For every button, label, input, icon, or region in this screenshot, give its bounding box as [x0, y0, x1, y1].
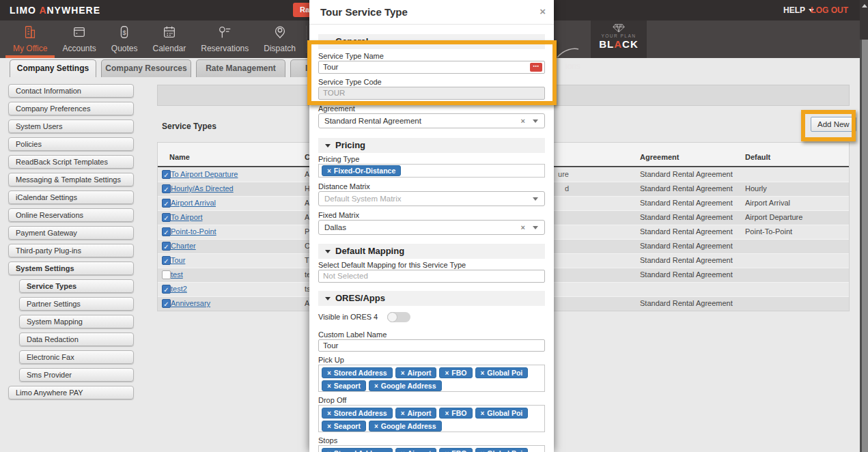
service-type-link[interactable]: Anniversary — [171, 299, 210, 307]
service-type-link[interactable]: To Airport Departure — [171, 170, 238, 178]
row-checkbox[interactable]: ✓ — [162, 242, 171, 251]
remove-tag-icon[interactable]: × — [481, 450, 485, 452]
tag-global-poi[interactable]: ×Global Poi — [475, 448, 529, 452]
tag-stored-address[interactable]: ×Stored Address — [322, 448, 393, 452]
remove-tag-icon[interactable]: × — [374, 423, 378, 430]
visible-in-ores-toggle[interactable] — [387, 312, 410, 322]
service-type-link[interactable]: Point-to-Point — [171, 227, 216, 236]
tag-airport[interactable]: ×Airport — [395, 448, 437, 452]
nav-item-my-office[interactable]: My Office — [5, 20, 55, 58]
remove-tag-icon[interactable]: × — [445, 410, 449, 417]
section-header-ores-apps[interactable]: ORES/Apps — [318, 291, 545, 306]
logout-link[interactable]: LOG OUT — [811, 5, 848, 15]
remove-tag-icon[interactable]: × — [327, 450, 331, 452]
clear-icon[interactable]: × — [521, 221, 525, 234]
tag-google-address[interactable]: ×Google Address — [369, 421, 442, 432]
default-mapping-input[interactable]: Not Selected — [318, 270, 545, 283]
service-type-link[interactable]: test — [171, 270, 183, 279]
your-plan-black-tile[interactable]: YOUR PLAN BLACK — [591, 20, 647, 58]
sidebar-item-readback-script-templates[interactable]: ReadBack Script Templates — [8, 155, 134, 169]
service-type-name-input[interactable]: Tour⋯ — [318, 61, 545, 74]
custom-label-name-input[interactable]: Tour — [318, 339, 545, 352]
add-new-button[interactable]: Add New — [811, 117, 856, 132]
chevron-down-icon[interactable] — [533, 119, 538, 123]
remove-tag-icon[interactable]: × — [374, 382, 378, 390]
nav-item-calendar[interactable]: Calendar — [145, 20, 194, 58]
clear-icon[interactable]: × — [521, 114, 525, 128]
remove-tag-icon[interactable]: × — [481, 410, 485, 417]
pricing-type-tags[interactable]: ×Fixed-Or-Distance — [318, 164, 545, 178]
stops-tags[interactable]: ×Stored Address×Airport×FBO×Global Poi×S… — [318, 445, 545, 452]
remove-tag-icon[interactable]: × — [327, 410, 331, 417]
service-type-link[interactable]: Hourly/As Directed — [171, 184, 234, 193]
drop-off-tags[interactable]: ×Stored Address×Airport×FBO×Global Poi×S… — [318, 405, 545, 432]
pick-up-tags[interactable]: ×Stored Address×Airport×FBO×Global Poi×S… — [318, 365, 545, 392]
section-header-general[interactable]: General — [318, 34, 545, 49]
tag-seaport[interactable]: ×Seaport — [322, 421, 366, 432]
section-header-default-mapping[interactable]: Default Mapping — [318, 244, 545, 259]
sidebar-item-system-users[interactable]: System Users — [8, 119, 134, 133]
sidebar-item-service-types[interactable]: Service Types — [19, 279, 134, 293]
sidebar-item-sms-provider[interactable]: Sms Provider — [19, 368, 134, 382]
translate-dots-icon[interactable]: ⋯ — [530, 63, 542, 72]
sidebar-item-contact-information[interactable]: Contact Information — [8, 84, 134, 98]
service-type-link[interactable]: Airport Arrival — [171, 199, 216, 207]
row-checkbox[interactable]: ✓ — [162, 184, 171, 193]
page-scrollbar[interactable] — [860, 0, 868, 452]
tag-airport[interactable]: ×Airport — [395, 408, 437, 419]
tag-airport[interactable]: ×Airport — [395, 367, 437, 378]
tab-rate-management[interactable]: Rate Management — [196, 59, 285, 77]
nav-item-quotes[interactable]: $Quotes — [104, 20, 145, 58]
row-checkbox[interactable]: ✓ — [162, 227, 171, 236]
tab-company-settings[interactable]: Company Settings — [10, 59, 96, 77]
tag-global-poi[interactable]: ×Global Poi — [475, 367, 529, 378]
sidebar-item-messaging-template-settings[interactable]: Messaging & Template Settings — [8, 173, 134, 186]
row-checkbox[interactable]: ✓ — [162, 256, 171, 265]
row-checkbox[interactable] — [162, 270, 171, 279]
row-checkbox[interactable]: ✓ — [162, 299, 171, 308]
sidebar-item-system-settings[interactable]: System Settings — [8, 262, 134, 275]
sidebar-item-payment-gateway[interactable]: Payment Gateway — [8, 226, 134, 240]
tag-fbo[interactable]: ×FBO — [439, 367, 472, 378]
nav-item-dispatch[interactable]: Dispatch — [256, 20, 303, 58]
sidebar-item-icalendar-settings[interactable]: iCalendar Settings — [8, 190, 134, 204]
remove-tag-icon[interactable]: × — [327, 423, 331, 430]
sidebar-item-policies[interactable]: Policies — [8, 137, 134, 151]
service-type-link[interactable]: test2 — [171, 285, 187, 293]
sidebar-item-partner-settings[interactable]: Partner Settings — [19, 297, 134, 311]
sidebar-item-electronic-fax[interactable]: Electronic Fax — [19, 350, 134, 364]
fixed-matrix-select[interactable]: Dallas× — [318, 220, 545, 235]
sidebar-item-third-party-plug-ins[interactable]: Third-party Plug-ins — [8, 244, 134, 257]
sidebar-item-data-redaction[interactable]: Data Redaction — [19, 333, 134, 346]
tab-company-resources[interactable]: Company Resources — [101, 59, 191, 77]
sidebar-item-company-preferences[interactable]: Company Preferences — [8, 102, 134, 115]
row-checkbox[interactable]: ✓ — [162, 285, 171, 294]
scroll-up-arrow-icon[interactable] — [862, 4, 867, 8]
row-checkbox[interactable]: ✓ — [162, 170, 171, 179]
tag-google-address[interactable]: ×Google Address — [369, 380, 442, 391]
remove-tag-icon[interactable]: × — [481, 369, 485, 377]
remove-tag-icon[interactable]: × — [401, 450, 405, 452]
help-menu[interactable]: HELP — [783, 5, 814, 15]
sidebar-item-limo-anywhere-pay[interactable]: Limo Anywhere PAY — [8, 386, 134, 399]
tag-global-poi[interactable]: ×Global Poi — [475, 408, 529, 419]
tag-fbo[interactable]: ×FBO — [439, 448, 472, 452]
tag-fbo[interactable]: ×FBO — [439, 408, 472, 419]
close-icon[interactable]: × — [540, 5, 546, 17]
remove-tag-icon[interactable]: × — [445, 450, 449, 452]
tag-seaport[interactable]: ×Seaport — [322, 380, 366, 391]
section-header-pricing[interactable]: Pricing — [318, 138, 545, 153]
nav-item-reservations[interactable]: Reservations — [193, 20, 256, 58]
nav-item-accounts[interactable]: Accounts — [55, 20, 103, 58]
service-type-link[interactable]: To Airport — [171, 213, 202, 221]
remove-tag-icon[interactable]: × — [401, 410, 405, 417]
agreement-select[interactable]: Standard Rental Agreement× — [318, 113, 545, 128]
service-type-link[interactable]: Tour — [171, 256, 185, 264]
tag-stored-address[interactable]: ×Stored Address — [322, 408, 393, 419]
tag-stored-address[interactable]: ×Stored Address — [322, 367, 393, 378]
sidebar-item-online-reservations[interactable]: Online Reservations — [8, 208, 134, 222]
remove-tag-icon[interactable]: × — [327, 167, 331, 175]
remove-tag-icon[interactable]: × — [327, 382, 331, 390]
sidebar-item-system-mapping[interactable]: System Mapping — [19, 315, 134, 328]
remove-tag-icon[interactable]: × — [327, 369, 331, 377]
